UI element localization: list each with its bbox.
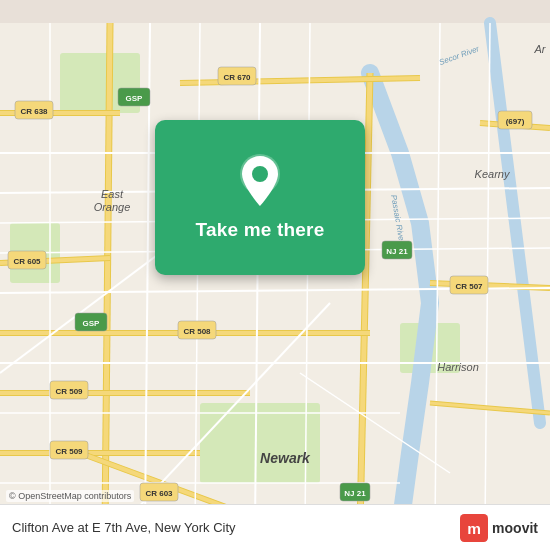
svg-rect-2 bbox=[200, 403, 320, 483]
address-label: Clifton Ave at E 7th Ave, New York City bbox=[12, 520, 236, 535]
moovit-logo: m moovit bbox=[460, 514, 538, 542]
svg-text:Orange: Orange bbox=[94, 201, 131, 213]
take-me-there-button[interactable]: Take me there bbox=[155, 120, 365, 275]
svg-text:CR 670: CR 670 bbox=[223, 73, 251, 82]
map-svg: CR 638 GSP CR 670 (697) GSP CR 605 NJ 21… bbox=[0, 0, 550, 550]
map-container: CR 638 GSP CR 670 (697) GSP CR 605 NJ 21… bbox=[0, 0, 550, 550]
svg-text:m: m bbox=[467, 519, 481, 536]
svg-text:Newark: Newark bbox=[260, 450, 311, 466]
svg-text:NJ 21: NJ 21 bbox=[344, 489, 366, 498]
svg-text:East: East bbox=[101, 188, 124, 200]
svg-text:CR 603: CR 603 bbox=[145, 489, 173, 498]
moovit-icon: m bbox=[460, 514, 488, 542]
svg-text:Ar: Ar bbox=[534, 43, 547, 55]
svg-text:Kearny: Kearny bbox=[475, 168, 511, 180]
bottom-info-bar: Clifton Ave at E 7th Ave, New York City … bbox=[0, 504, 550, 550]
take-me-there-label: Take me there bbox=[196, 219, 325, 241]
svg-text:CR 509: CR 509 bbox=[55, 447, 83, 456]
svg-text:CR 605: CR 605 bbox=[13, 257, 41, 266]
svg-text:(697): (697) bbox=[506, 117, 525, 126]
svg-text:GSP: GSP bbox=[83, 319, 101, 328]
location-pin-icon bbox=[238, 154, 282, 209]
svg-text:CR 507: CR 507 bbox=[455, 282, 483, 291]
svg-text:GSP: GSP bbox=[126, 94, 144, 103]
svg-text:CR 638: CR 638 bbox=[20, 107, 48, 116]
svg-text:Harrison: Harrison bbox=[437, 361, 479, 373]
svg-text:CR 508: CR 508 bbox=[183, 327, 211, 336]
svg-point-85 bbox=[252, 166, 268, 182]
map-attribution: © OpenStreetMap contributors bbox=[6, 490, 134, 502]
svg-text:CR 509: CR 509 bbox=[55, 387, 83, 396]
svg-text:NJ 21: NJ 21 bbox=[386, 247, 408, 256]
moovit-text: moovit bbox=[492, 520, 538, 536]
